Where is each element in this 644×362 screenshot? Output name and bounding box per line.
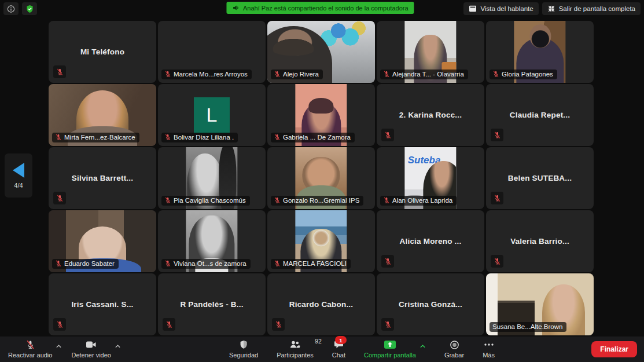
participant-tile[interactable]: Valeria Barrio...	[486, 210, 594, 272]
participant-tile[interactable]: Eduardo Sabater	[49, 210, 156, 272]
meeting-info-button[interactable]	[3, 2, 19, 15]
participants-label: Participantes	[277, 352, 314, 359]
muted-mic-icon	[53, 192, 66, 204]
muted-mic-icon	[274, 71, 281, 78]
muted-mic-icon	[274, 197, 281, 204]
more-label: Más	[483, 352, 495, 359]
audio-sharing-banner: Anahí Paz está compartiendo el sonido de…	[226, 2, 414, 14]
share-options-chevron[interactable]	[418, 338, 428, 350]
unmute-audio-label: Reactivar audio	[8, 352, 52, 359]
page-indicator: 4/4	[14, 182, 23, 189]
muted-mic-icon	[164, 71, 171, 78]
participant-name: Marcela Mo...res Arroyos	[174, 71, 248, 78]
muted-mic-icon	[383, 71, 390, 78]
participant-name: Eduardo Sabater	[64, 260, 115, 267]
speaker-icon	[232, 4, 240, 12]
exit-fullscreen-button[interactable]: Salir de pantalla completa	[542, 2, 641, 15]
muted-mic-icon	[164, 260, 171, 267]
muted-mic-icon	[164, 134, 171, 141]
participant-tile[interactable]: Mirta Fern...ez-Balcarce	[49, 84, 156, 146]
record-button[interactable]: Grabar	[442, 338, 466, 360]
participant-tile[interactable]: Alicia Moreno ...	[377, 210, 484, 272]
participant-tile[interactable]: Marcela Mo...res Arroyos	[158, 21, 266, 83]
participant-tile[interactable]: Mi Teléfono	[49, 21, 156, 83]
muted-mic-icon	[492, 71, 499, 78]
muted-mic-icon	[272, 318, 285, 331]
camera-icon	[86, 339, 97, 350]
muted-mic-icon	[381, 318, 394, 331]
participant-tile[interactable]: Ricardo Cabon...	[267, 273, 375, 335]
meeting-toolbar: Reactivar audio Detener video	[0, 337, 644, 362]
participant-name: Alejandra T... - Olavarria	[392, 71, 464, 78]
muted-mic-icon	[491, 255, 503, 268]
participant-tile[interactable]: Gonzalo Ro...Gremial IPS	[267, 147, 375, 209]
top-bar: Anahí Paz está compartiendo el sonido de…	[0, 0, 644, 17]
zoom-meeting-window: Anahí Paz está compartiendo el sonido de…	[0, 0, 644, 362]
muted-mic-icon	[164, 197, 171, 204]
participant-tile[interactable]: Iris Cassani. S...	[49, 273, 156, 335]
stop-video-label: Detener video	[71, 352, 111, 359]
video-options-chevron[interactable]	[113, 338, 123, 350]
info-icon	[7, 5, 15, 13]
muted-mic-icon	[55, 134, 62, 141]
shield-check-icon	[25, 5, 34, 13]
end-meeting-button[interactable]: Finalizar	[591, 341, 637, 357]
exit-fullscreen-icon	[547, 5, 555, 13]
participant-tile[interactable]: Viviana Ot...s de zamora	[158, 210, 266, 272]
audio-options-chevron[interactable]	[54, 338, 64, 350]
unmute-audio-button[interactable]: Reactivar audio	[6, 338, 54, 360]
speaker-view-label: Vista del hablante	[480, 5, 533, 12]
participant-tile[interactable]: L Bolivar Diaz Liliana .	[158, 84, 266, 146]
participant-tile[interactable]: Silvina Barrett...	[49, 147, 156, 209]
participant-name: Pia Caviglia Chascomús	[174, 197, 246, 204]
participant-tile[interactable]: Cristina Gonzá...	[377, 273, 484, 335]
participant-name: Alejo Rivera	[283, 71, 319, 78]
security-button[interactable]: Seguridad	[227, 338, 260, 360]
shield-icon	[239, 339, 248, 350]
exit-fullscreen-label: Salir de pantalla completa	[559, 5, 635, 12]
share-screen-button[interactable]: Compartir pantalla	[362, 338, 418, 360]
share-screen-label: Compartir pantalla	[364, 352, 416, 359]
speaker-view-button[interactable]: Vista del hablante	[463, 2, 538, 15]
participant-name-label: Pia Caviglia Chascomús	[161, 196, 250, 206]
muted-mic-icon	[53, 65, 66, 78]
participant-tile[interactable]: Belen SUTEBA...	[486, 147, 594, 209]
muted-mic-icon	[491, 192, 503, 204]
wall-logo-text: Suteba	[408, 155, 441, 166]
participant-name-label: Alejandra T... - Olavarria	[380, 70, 468, 79]
participant-tile[interactable]: Suteba Alan Olivera Laprida	[377, 147, 484, 209]
participant-name: MARCELA FASCIOLI	[283, 260, 347, 267]
muted-mic-icon	[491, 129, 503, 141]
participant-tile[interactable]: Claudia Repet...	[486, 84, 594, 146]
participant-tile[interactable]: 2. Karina Rocc...	[377, 84, 484, 146]
more-button[interactable]: Más	[480, 338, 497, 360]
participant-name-label: Gloria Patagones	[490, 70, 557, 79]
speaker-view-icon	[469, 5, 477, 12]
record-icon	[450, 339, 459, 350]
audio-sharing-text: Anahí Paz está compartiendo el sonido de…	[243, 5, 409, 12]
participant-tile[interactable]: Susana Be...Alte.Brown	[486, 273, 594, 335]
participant-tile[interactable]: Alejo Rivera	[267, 21, 375, 83]
participant-name: Gonzalo Ro...Gremial IPS	[283, 197, 359, 204]
participants-icon	[289, 339, 301, 350]
participant-name: Alan Olivera Laprida	[392, 197, 452, 204]
participants-button[interactable]: 92 Participantes	[274, 338, 316, 360]
participant-avatar: L	[194, 97, 230, 133]
encryption-status-button[interactable]	[22, 2, 37, 15]
participant-tile[interactable]: R Pandelés - B...	[158, 273, 266, 335]
participant-tile[interactable]: Gabriela ... De Zamora	[267, 84, 375, 146]
participant-name: Bolivar Diaz Liliana .	[174, 134, 234, 141]
participant-tile[interactable]: Gloria Patagones	[486, 21, 594, 83]
participant-name-label: MARCELA FASCIOLI	[271, 259, 351, 269]
security-label: Seguridad	[229, 352, 258, 359]
participant-name-label: Gabriela ... De Zamora	[271, 133, 355, 142]
chat-label: Chat	[332, 352, 345, 359]
participant-tile[interactable]: Alejandra T... - Olavarria	[377, 21, 484, 83]
participant-name: Gloria Patagones	[502, 71, 553, 78]
stop-video-button[interactable]: Detener video	[69, 338, 113, 360]
previous-gallery-page-button[interactable]: 4/4	[5, 153, 32, 198]
participant-tile[interactable]: Pia Caviglia Chascomús	[158, 147, 266, 209]
left-arrow-icon	[13, 163, 24, 178]
chat-button[interactable]: 1 Chat	[330, 338, 348, 360]
participant-tile[interactable]: MARCELA FASCIOLI	[267, 210, 375, 272]
